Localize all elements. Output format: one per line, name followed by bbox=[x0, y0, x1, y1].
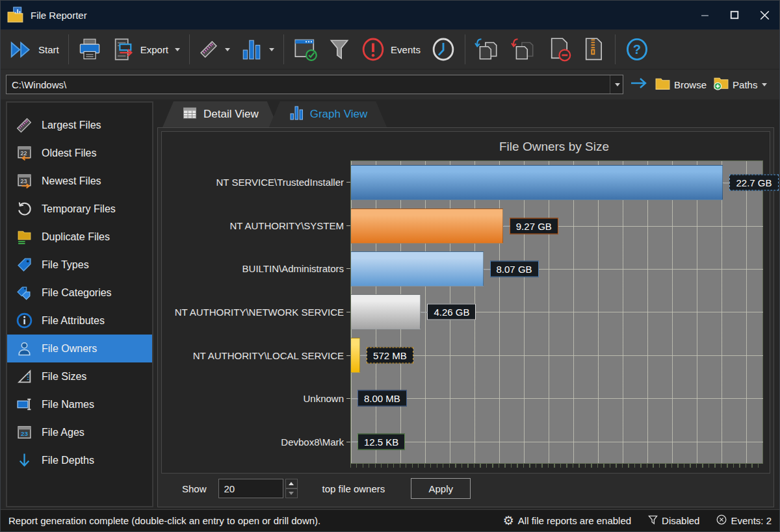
funnel-icon bbox=[328, 38, 350, 60]
events-status[interactable]: Events: 2 bbox=[716, 514, 772, 527]
measure-button[interactable] bbox=[194, 37, 235, 62]
copy-jobs-button[interactable] bbox=[469, 35, 506, 64]
category-label: NT AUTHORITY\NETWORK SERVICE bbox=[163, 290, 350, 334]
calendar-back-icon: 22 bbox=[16, 145, 32, 161]
svg-text:?: ? bbox=[633, 42, 641, 57]
data-bar[interactable] bbox=[351, 165, 723, 200]
paths-label: Paths bbox=[733, 79, 757, 90]
maximize-button[interactable] bbox=[720, 1, 749, 29]
spin-down-button[interactable] bbox=[285, 488, 298, 498]
sidebar-item-label: Temporary Files bbox=[42, 203, 116, 215]
sidebar-item-oldest-files[interactable]: 22Oldest Files bbox=[7, 139, 152, 167]
tags-icon bbox=[16, 285, 32, 301]
data-bar[interactable] bbox=[351, 338, 360, 373]
help-button[interactable]: ? bbox=[619, 34, 655, 64]
gear-icon: ⚙ bbox=[503, 514, 514, 527]
sidebar-item-file-attributes[interactable]: File Attributes bbox=[7, 307, 152, 335]
paths-button[interactable]: Paths bbox=[713, 76, 767, 93]
filter-button[interactable] bbox=[323, 36, 356, 63]
tab-graph-view[interactable]: Graph View bbox=[269, 101, 387, 127]
export-button[interactable]: Export bbox=[107, 35, 185, 64]
chevron-down-icon bbox=[225, 48, 230, 51]
value-label-box: 9.27 GB bbox=[510, 218, 558, 234]
path-dropdown-button[interactable] bbox=[610, 75, 623, 94]
horizontal-gridline bbox=[351, 398, 763, 399]
start-icon bbox=[10, 41, 33, 58]
info-icon bbox=[16, 312, 32, 329]
status-message: Report generation complete (double-click… bbox=[8, 515, 503, 526]
sidebar-item-file-depths[interactable]: File Depths bbox=[7, 446, 152, 474]
category-axis: NT SERVICE\TrustedInstallerNT AUTHORITY\… bbox=[163, 160, 350, 464]
filter-status[interactable]: Disabled bbox=[648, 515, 699, 527]
svg-text:23: 23 bbox=[20, 178, 27, 184]
archive-file-button[interactable] bbox=[577, 34, 611, 64]
svg-text:23: 23 bbox=[21, 430, 28, 437]
sidebar-item-largest-files[interactable]: Largest Files bbox=[7, 111, 152, 139]
tab-label: Graph View bbox=[310, 108, 368, 121]
apply-button[interactable]: Apply bbox=[411, 478, 471, 499]
sidebar-item-file-ages[interactable]: 23File Ages bbox=[7, 418, 152, 446]
remove-file-button[interactable] bbox=[542, 34, 577, 64]
report-status-button[interactable] bbox=[288, 34, 323, 64]
table-icon bbox=[182, 105, 198, 124]
category-label: BUILTIN\Administrators bbox=[163, 247, 350, 290]
sidebar-item-newest-files[interactable]: 23Newest Files bbox=[7, 167, 152, 195]
app-window: File Reporter StartExportEvents? bbox=[0, 0, 780, 532]
main-area: Largest Files22Oldest Files23Newest File… bbox=[1, 99, 779, 509]
ruler-icon bbox=[16, 116, 32, 135]
sidebar-item-file-owners[interactable]: File Owners bbox=[7, 335, 152, 362]
events-button[interactable]: Events bbox=[356, 34, 426, 64]
browse-button[interactable]: Browse bbox=[655, 77, 707, 92]
copy-jobs-disabled-button[interactable] bbox=[506, 35, 542, 64]
toolbar-separator bbox=[615, 34, 616, 64]
sidebar-item-duplicate-files[interactable]: Duplicate Files bbox=[7, 223, 152, 251]
sidebar-item-file-types[interactable]: File Types bbox=[7, 251, 152, 279]
chart-row: 4.26 GB bbox=[351, 290, 762, 333]
close-button[interactable] bbox=[749, 1, 779, 29]
chart-container: File Owners by Size NT SERVICE\TrustedIn… bbox=[161, 131, 770, 474]
tab-detail-view[interactable]: Detail View bbox=[162, 101, 278, 127]
sidebar-item-file-names[interactable]: File Names bbox=[7, 390, 152, 418]
path-combobox[interactable] bbox=[6, 75, 623, 94]
export-icon bbox=[112, 38, 135, 61]
person-icon bbox=[16, 340, 32, 357]
data-bar[interactable] bbox=[351, 209, 503, 244]
value-label-box: 8.00 MB bbox=[358, 390, 407, 407]
events-label: Events bbox=[391, 44, 421, 55]
print-button[interactable] bbox=[73, 35, 107, 64]
category-label: NT AUTHORITY\SYSTEM bbox=[163, 204, 350, 247]
category-label: Unknown bbox=[163, 377, 350, 421]
content-area: Detail ViewGraph View File Owners by Siz… bbox=[157, 101, 774, 507]
reports-status[interactable]: ⚙ All file reports are enabled bbox=[503, 514, 631, 527]
top-owners-label: top file owners bbox=[322, 483, 385, 494]
calendar-icon: 23 bbox=[16, 424, 32, 440]
set-square-icon bbox=[16, 368, 32, 385]
calendar-forward-icon: 23 bbox=[16, 173, 32, 189]
sidebar-item-temporary-files[interactable]: Temporary Files bbox=[7, 195, 152, 223]
arrow-down-icon bbox=[16, 452, 32, 468]
horizontal-gridline bbox=[351, 442, 763, 442]
graph-view-page: File Owners by Size NT SERVICE\TrustedIn… bbox=[157, 127, 774, 507]
top-count-input[interactable] bbox=[218, 479, 283, 498]
graph-options-button[interactable] bbox=[235, 36, 280, 63]
duplicate-folder-icon bbox=[16, 229, 32, 245]
plot-area: 22.7 GB9.27 GB8.07 GB4.26 GB572 MB8.00 M… bbox=[350, 160, 763, 464]
toolbar-separator bbox=[189, 34, 190, 64]
value-label-box: 12.5 KB bbox=[358, 433, 405, 450]
category-label: Devbox8\Mark bbox=[163, 420, 350, 464]
start-button[interactable]: Start bbox=[5, 38, 64, 61]
go-arrow-icon[interactable] bbox=[630, 76, 648, 93]
chevron-down-icon bbox=[615, 83, 620, 86]
path-input[interactable] bbox=[6, 79, 610, 90]
schedule-button[interactable] bbox=[426, 34, 461, 64]
show-label: Show bbox=[182, 483, 207, 494]
data-bar[interactable] bbox=[351, 251, 484, 286]
bar-chart-icon bbox=[240, 38, 263, 60]
sidebar-item-file-sizes[interactable]: File Sizes bbox=[7, 362, 152, 390]
spin-up-button[interactable] bbox=[285, 479, 298, 488]
sidebar-item-label: File Attributes bbox=[42, 315, 105, 327]
chevron-up-icon bbox=[289, 482, 294, 485]
minimize-button[interactable] bbox=[690, 1, 720, 29]
sidebar-item-file-categories[interactable]: File Categories bbox=[7, 279, 152, 307]
data-bar[interactable] bbox=[351, 294, 421, 329]
